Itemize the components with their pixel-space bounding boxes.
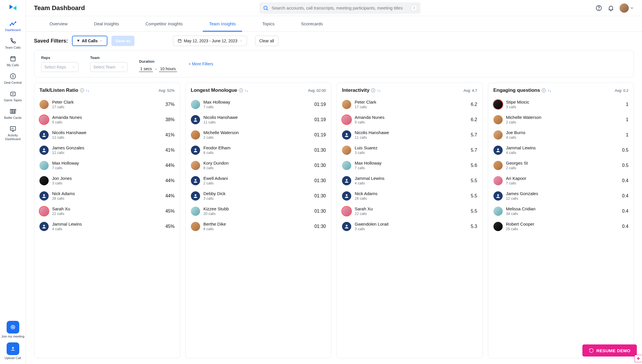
- list-item[interactable]: Sarah Xu22 calls5.5: [342, 203, 481, 219]
- info-icon[interactable]: i: [239, 88, 243, 92]
- list-item[interactable]: Amanda Nunes5 calls6.2: [342, 112, 481, 127]
- rep-calls: 3 calls: [355, 151, 467, 155]
- list-item[interactable]: Peter Clark17 calls37%: [39, 97, 178, 112]
- svg-rect-15: [12, 109, 14, 113]
- sort-icon[interactable]: ↑↓: [548, 88, 551, 93]
- search-box[interactable]: /: [259, 2, 421, 14]
- metric-value: 45%: [165, 224, 174, 229]
- resume-tag-icon[interactable]: ❖: [635, 355, 642, 362]
- list-item[interactable]: Nicolis Hanshawe11 calls41%: [39, 127, 178, 142]
- tab-scorecards[interactable]: Scorecards: [288, 16, 336, 31]
- list-item[interactable]: Debby Dick3 calls01:30: [191, 188, 330, 203]
- list-item[interactable]: Michelle Waterson2 calls01:19: [191, 127, 330, 142]
- list-item[interactable]: Michelle Waterson2 calls1: [493, 112, 632, 127]
- resume-demo-button[interactable]: RESUME DEMO: [582, 344, 637, 357]
- list-item[interactable]: Berthe Dike8 calls01:30: [191, 219, 330, 234]
- rep-calls: 4 calls: [355, 181, 467, 185]
- duration-max[interactable]: 10 hours: [159, 66, 177, 72]
- list-item[interactable]: Nick Adams28 calls44%: [39, 188, 178, 203]
- rep-calls: 4 calls: [506, 136, 623, 140]
- card-list[interactable]: Peter Clark17 calls37%Amanda Nunes5 call…: [34, 97, 179, 358]
- avatar: [493, 191, 503, 201]
- tab-overview[interactable]: Overview: [36, 16, 81, 31]
- info-icon[interactable]: i: [542, 88, 546, 92]
- list-item[interactable]: James Gonzales12 calls0.4: [493, 188, 632, 203]
- list-item[interactable]: Jammal Lewins4 calls45%: [39, 219, 178, 234]
- list-item[interactable]: Ari Kapoor7 calls0.4: [493, 173, 632, 188]
- nav-deal-central[interactable]: $ Deal Central: [0, 70, 26, 87]
- all-calls-filter[interactable]: All Calls: [72, 36, 107, 46]
- list-item[interactable]: Jammal Lewins4 calls0.5: [493, 142, 632, 158]
- svg-point-42: [346, 179, 347, 181]
- info-icon[interactable]: i: [80, 88, 84, 92]
- card-list[interactable]: Max Holloway7 calls01:19Nicolis Hanshawe…: [186, 97, 331, 358]
- list-item[interactable]: Joe Burns4 calls1: [493, 127, 632, 142]
- nav-game-tapes[interactable]: Game Tapes: [0, 87, 26, 105]
- list-item[interactable]: Luis Suarez3 calls5.7: [342, 142, 481, 158]
- date-range-picker[interactable]: May 12, 2023 - June 12, 2023: [173, 36, 247, 46]
- rep-name: Georges St: [506, 161, 619, 165]
- sort-icon[interactable]: ↑↓: [377, 88, 381, 93]
- list-item[interactable]: Gwendolen Lorait3 calls5.3: [342, 219, 481, 234]
- list-item[interactable]: Ewell Advani2 calls01:30: [191, 173, 330, 188]
- rep-name: Nick Adams: [52, 191, 162, 196]
- tab-topics[interactable]: Topics: [249, 16, 288, 31]
- list-item[interactable]: Kizzee Stubb20 calls01:30: [191, 203, 330, 219]
- list-item[interactable]: Max Holloway7 calls44%: [39, 158, 178, 173]
- list-item[interactable]: Amanda Nunes5 calls38%: [39, 112, 178, 127]
- upload-call-button[interactable]: [7, 342, 19, 355]
- nav-activity-dashboard[interactable]: Activity Dashboard: [0, 123, 26, 144]
- svg-point-3: [12, 23, 12, 24]
- list-item[interactable]: Feodor Elham8 calls01:30: [191, 142, 330, 158]
- team-select[interactable]: Select Team: [90, 62, 128, 72]
- reps-select[interactable]: Select Reps: [41, 62, 79, 72]
- avatar: [191, 161, 200, 170]
- nav-my-calls[interactable]: My Calls: [0, 52, 26, 70]
- metric-value: 37%: [165, 102, 174, 107]
- card-list[interactable]: Peter Clark17 calls6.2Amanda Nunes5 call…: [337, 97, 482, 358]
- list-item[interactable]: Nick Adams28 calls5.5: [342, 188, 481, 203]
- info-icon[interactable]: i: [371, 88, 375, 92]
- list-item[interactable]: Kory Dundon8 calls01:30: [191, 158, 330, 173]
- top-bar: Team Dashboard /: [26, 0, 642, 16]
- svg-point-5: [15, 22, 16, 23]
- list-item[interactable]: Jammal Lewins4 calls5.5: [342, 173, 481, 188]
- join-meeting-button[interactable]: [7, 321, 19, 333]
- nav-battle-cards[interactable]: Battle Cards: [0, 105, 26, 123]
- search-input[interactable]: [271, 5, 408, 10]
- list-item[interactable]: James Gonzales12 calls41%: [39, 142, 178, 158]
- nav-dashboard[interactable]: Dashboard: [0, 17, 26, 35]
- brand-logo[interactable]: [7, 3, 19, 12]
- list-item[interactable]: Stipe Miocic3 calls1: [493, 97, 632, 112]
- duration-min[interactable]: 1 secs: [139, 66, 153, 72]
- rep-calls: 7 calls: [506, 181, 619, 185]
- list-item[interactable]: Nicolis Hanshawe11 calls5.7: [342, 127, 481, 142]
- bell-icon[interactable]: [607, 5, 614, 12]
- card-list[interactable]: Stipe Miocic3 calls1Michelle Waterson2 c…: [488, 97, 633, 358]
- help-icon[interactable]: [595, 5, 602, 12]
- save-as-button[interactable]: Save as: [111, 36, 134, 46]
- tab-deal-insights[interactable]: Deal Insights: [81, 16, 132, 31]
- avatar: [39, 191, 49, 201]
- all-calls-label: All Calls: [82, 39, 98, 43]
- list-item[interactable]: Max Holloway7 calls01:19: [191, 97, 330, 112]
- tab-competitor-insights[interactable]: Competitor Insights: [132, 16, 196, 31]
- clear-all-button[interactable]: Clear all: [255, 36, 278, 46]
- tab-team-insights[interactable]: Team Insights: [196, 16, 249, 31]
- more-filters-link[interactable]: + More Filters: [189, 62, 213, 66]
- rep-name: Luis Suarez: [355, 145, 467, 150]
- user-menu[interactable]: [620, 3, 634, 13]
- list-item[interactable]: Sarah Xu22 calls45%: [39, 203, 178, 219]
- list-item[interactable]: Nicolis Hanshawe11 calls01:19: [191, 112, 330, 127]
- team-label: Team: [90, 56, 128, 60]
- sort-icon[interactable]: ↑↓: [86, 88, 90, 93]
- list-item[interactable]: Georges St2 calls0.5: [493, 158, 632, 173]
- list-item[interactable]: Melissa Cridian34 calls0.4: [493, 203, 632, 219]
- nav-team-calls[interactable]: Team Calls: [0, 35, 26, 52]
- sort-icon[interactable]: ↑↓: [245, 88, 248, 93]
- avatar: [493, 161, 503, 170]
- list-item[interactable]: Jon Jones3 calls44%: [39, 173, 178, 188]
- list-item[interactable]: Max Holloway7 calls5.6: [342, 158, 481, 173]
- list-item[interactable]: Robert Cooper25 calls0.4: [493, 219, 632, 234]
- list-item[interactable]: Peter Clark17 calls6.2: [342, 97, 481, 112]
